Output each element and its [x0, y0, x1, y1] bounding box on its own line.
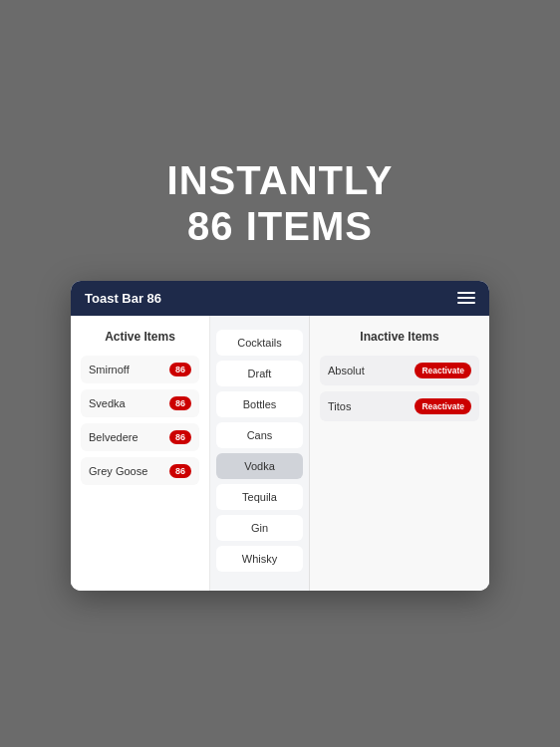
- hamburger-menu-icon[interactable]: [457, 292, 475, 304]
- item-name: Belvedere: [89, 431, 139, 443]
- item-name: Absolut: [328, 365, 365, 376]
- item-name: Smirnoff: [89, 364, 130, 375]
- list-item[interactable]: Belvedere 86: [81, 423, 199, 451]
- app-title: Toast Bar 86: [85, 291, 161, 306]
- category-gin[interactable]: Gin: [216, 515, 303, 541]
- hero-line1: INSTANTLY: [167, 157, 394, 203]
- title-bar: Toast Bar 86: [71, 281, 489, 316]
- categories-panel: Cocktails Draft Bottles Cans Vodka Tequi…: [210, 316, 310, 591]
- app-window: Toast Bar 86 Active Items Smirnoff 86 Sv…: [71, 281, 489, 591]
- category-vodka[interactable]: Vodka: [216, 453, 303, 479]
- badge-86: 86: [169, 430, 191, 444]
- badge-86: 86: [169, 363, 191, 376]
- reactivate-button[interactable]: Reactivate: [415, 363, 471, 378]
- hero-text: INSTANTLY 86 ITEMS: [167, 157, 394, 249]
- category-whisky[interactable]: Whisky: [216, 546, 303, 572]
- active-items-title: Active Items: [81, 330, 199, 344]
- item-name: Titos: [328, 400, 351, 412]
- hero-line2: 86 ITEMS: [167, 203, 394, 249]
- list-item[interactable]: Grey Goose 86: [81, 457, 199, 485]
- list-item[interactable]: Smirnoff 86: [81, 356, 199, 383]
- list-item[interactable]: Svedka 86: [81, 389, 199, 417]
- category-tequila[interactable]: Tequila: [216, 484, 303, 510]
- category-cans[interactable]: Cans: [216, 422, 303, 448]
- badge-86: 86: [169, 396, 191, 410]
- item-name: Grey Goose: [89, 465, 147, 477]
- category-cocktails[interactable]: Cocktails: [216, 330, 303, 356]
- category-bottles[interactable]: Bottles: [216, 391, 303, 417]
- list-item: Titos Reactivate: [320, 391, 479, 421]
- list-item: Absolut Reactivate: [320, 356, 479, 385]
- reactivate-button[interactable]: Reactivate: [415, 398, 471, 414]
- inactive-items-title: Inactive Items: [320, 330, 479, 344]
- badge-86: 86: [169, 464, 191, 478]
- content-area: Active Items Smirnoff 86 Svedka 86 Belve…: [71, 316, 489, 591]
- active-items-panel: Active Items Smirnoff 86 Svedka 86 Belve…: [71, 316, 210, 591]
- category-draft[interactable]: Draft: [216, 361, 303, 386]
- inactive-items-panel: Inactive Items Absolut Reactivate Titos …: [310, 316, 489, 591]
- item-name: Svedka: [89, 397, 126, 409]
